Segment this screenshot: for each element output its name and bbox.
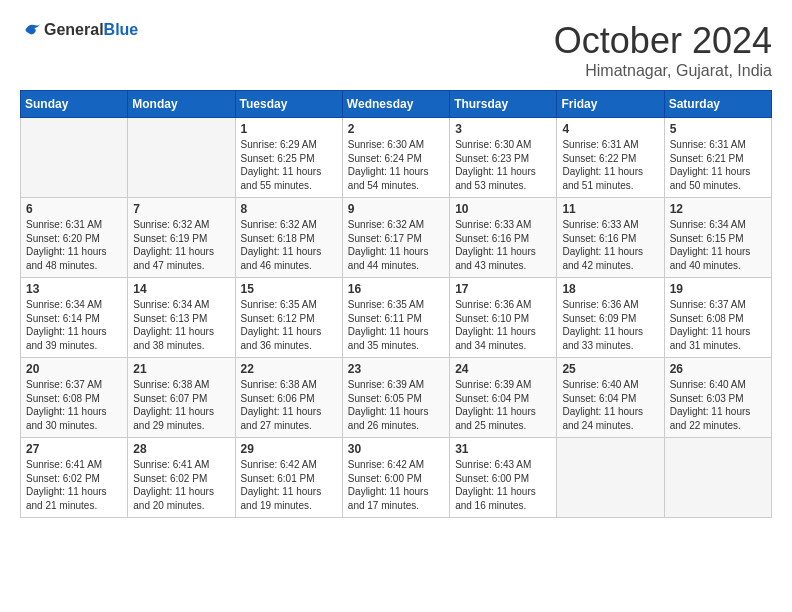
logo-general-text: General: [44, 21, 104, 39]
day-detail: Sunrise: 6:29 AM Sunset: 6:25 PM Dayligh…: [241, 138, 337, 192]
week-row-5: 27 Sunrise: 6:41 AM Sunset: 6:02 PM Dayl…: [21, 438, 772, 518]
day-detail: Sunrise: 6:39 AM Sunset: 6:05 PM Dayligh…: [348, 378, 444, 432]
day-detail: Sunrise: 6:36 AM Sunset: 6:09 PM Dayligh…: [562, 298, 658, 352]
day-detail: Sunrise: 6:32 AM Sunset: 6:18 PM Dayligh…: [241, 218, 337, 272]
day-number: 11: [562, 202, 658, 216]
header-cell-tuesday: Tuesday: [235, 91, 342, 118]
day-number: 3: [455, 122, 551, 136]
day-detail: Sunrise: 6:42 AM Sunset: 6:00 PM Dayligh…: [348, 458, 444, 512]
day-number: 20: [26, 362, 122, 376]
day-detail: Sunrise: 6:34 AM Sunset: 6:14 PM Dayligh…: [26, 298, 122, 352]
header-cell-sunday: Sunday: [21, 91, 128, 118]
day-cell: [664, 438, 771, 518]
day-cell: [128, 118, 235, 198]
day-number: 8: [241, 202, 337, 216]
calendar-table: SundayMondayTuesdayWednesdayThursdayFrid…: [20, 90, 772, 518]
calendar-body: 1 Sunrise: 6:29 AM Sunset: 6:25 PM Dayli…: [21, 118, 772, 518]
day-detail: Sunrise: 6:33 AM Sunset: 6:16 PM Dayligh…: [562, 218, 658, 272]
day-detail: Sunrise: 6:42 AM Sunset: 6:01 PM Dayligh…: [241, 458, 337, 512]
day-cell: 24 Sunrise: 6:39 AM Sunset: 6:04 PM Dayl…: [450, 358, 557, 438]
day-detail: Sunrise: 6:30 AM Sunset: 6:24 PM Dayligh…: [348, 138, 444, 192]
day-detail: Sunrise: 6:35 AM Sunset: 6:11 PM Dayligh…: [348, 298, 444, 352]
day-number: 21: [133, 362, 229, 376]
day-cell: 7 Sunrise: 6:32 AM Sunset: 6:19 PM Dayli…: [128, 198, 235, 278]
day-number: 12: [670, 202, 766, 216]
day-detail: Sunrise: 6:38 AM Sunset: 6:06 PM Dayligh…: [241, 378, 337, 432]
day-cell: 20 Sunrise: 6:37 AM Sunset: 6:08 PM Dayl…: [21, 358, 128, 438]
day-cell: 27 Sunrise: 6:41 AM Sunset: 6:02 PM Dayl…: [21, 438, 128, 518]
day-cell: 30 Sunrise: 6:42 AM Sunset: 6:00 PM Dayl…: [342, 438, 449, 518]
day-number: 1: [241, 122, 337, 136]
day-number: 7: [133, 202, 229, 216]
day-detail: Sunrise: 6:40 AM Sunset: 6:04 PM Dayligh…: [562, 378, 658, 432]
day-number: 24: [455, 362, 551, 376]
day-cell: 14 Sunrise: 6:34 AM Sunset: 6:13 PM Dayl…: [128, 278, 235, 358]
day-number: 30: [348, 442, 444, 456]
header-cell-thursday: Thursday: [450, 91, 557, 118]
day-cell: 6 Sunrise: 6:31 AM Sunset: 6:20 PM Dayli…: [21, 198, 128, 278]
day-cell: 23 Sunrise: 6:39 AM Sunset: 6:05 PM Dayl…: [342, 358, 449, 438]
day-number: 2: [348, 122, 444, 136]
day-cell: 4 Sunrise: 6:31 AM Sunset: 6:22 PM Dayli…: [557, 118, 664, 198]
logo-blue-text: Blue: [104, 21, 139, 39]
day-number: 10: [455, 202, 551, 216]
day-cell: 31 Sunrise: 6:43 AM Sunset: 6:00 PM Dayl…: [450, 438, 557, 518]
day-detail: Sunrise: 6:41 AM Sunset: 6:02 PM Dayligh…: [26, 458, 122, 512]
day-cell: [557, 438, 664, 518]
day-cell: 8 Sunrise: 6:32 AM Sunset: 6:18 PM Dayli…: [235, 198, 342, 278]
header-cell-wednesday: Wednesday: [342, 91, 449, 118]
day-number: 17: [455, 282, 551, 296]
day-number: 14: [133, 282, 229, 296]
day-cell: 19 Sunrise: 6:37 AM Sunset: 6:08 PM Dayl…: [664, 278, 771, 358]
day-detail: Sunrise: 6:35 AM Sunset: 6:12 PM Dayligh…: [241, 298, 337, 352]
day-cell: 2 Sunrise: 6:30 AM Sunset: 6:24 PM Dayli…: [342, 118, 449, 198]
day-cell: 5 Sunrise: 6:31 AM Sunset: 6:21 PM Dayli…: [664, 118, 771, 198]
week-row-3: 13 Sunrise: 6:34 AM Sunset: 6:14 PM Dayl…: [21, 278, 772, 358]
day-number: 27: [26, 442, 122, 456]
day-cell: 11 Sunrise: 6:33 AM Sunset: 6:16 PM Dayl…: [557, 198, 664, 278]
day-detail: Sunrise: 6:37 AM Sunset: 6:08 PM Dayligh…: [670, 298, 766, 352]
day-detail: Sunrise: 6:32 AM Sunset: 6:19 PM Dayligh…: [133, 218, 229, 272]
day-number: 13: [26, 282, 122, 296]
week-row-2: 6 Sunrise: 6:31 AM Sunset: 6:20 PM Dayli…: [21, 198, 772, 278]
header-cell-monday: Monday: [128, 91, 235, 118]
day-detail: Sunrise: 6:33 AM Sunset: 6:16 PM Dayligh…: [455, 218, 551, 272]
day-cell: 21 Sunrise: 6:38 AM Sunset: 6:07 PM Dayl…: [128, 358, 235, 438]
day-number: 15: [241, 282, 337, 296]
day-detail: Sunrise: 6:32 AM Sunset: 6:17 PM Dayligh…: [348, 218, 444, 272]
day-detail: Sunrise: 6:34 AM Sunset: 6:15 PM Dayligh…: [670, 218, 766, 272]
day-cell: 17 Sunrise: 6:36 AM Sunset: 6:10 PM Dayl…: [450, 278, 557, 358]
day-number: 4: [562, 122, 658, 136]
day-detail: Sunrise: 6:36 AM Sunset: 6:10 PM Dayligh…: [455, 298, 551, 352]
day-number: 28: [133, 442, 229, 456]
day-detail: Sunrise: 6:38 AM Sunset: 6:07 PM Dayligh…: [133, 378, 229, 432]
day-cell: 13 Sunrise: 6:34 AM Sunset: 6:14 PM Dayl…: [21, 278, 128, 358]
day-number: 9: [348, 202, 444, 216]
day-cell: 10 Sunrise: 6:33 AM Sunset: 6:16 PM Dayl…: [450, 198, 557, 278]
day-cell: 16 Sunrise: 6:35 AM Sunset: 6:11 PM Dayl…: [342, 278, 449, 358]
calendar-header-row: SundayMondayTuesdayWednesdayThursdayFrid…: [21, 91, 772, 118]
page-header: General Blue October 2024 Himatnagar, Gu…: [20, 20, 772, 80]
day-cell: 12 Sunrise: 6:34 AM Sunset: 6:15 PM Dayl…: [664, 198, 771, 278]
day-cell: 26 Sunrise: 6:40 AM Sunset: 6:03 PM Dayl…: [664, 358, 771, 438]
day-cell: 28 Sunrise: 6:41 AM Sunset: 6:02 PM Dayl…: [128, 438, 235, 518]
day-detail: Sunrise: 6:31 AM Sunset: 6:20 PM Dayligh…: [26, 218, 122, 272]
day-detail: Sunrise: 6:40 AM Sunset: 6:03 PM Dayligh…: [670, 378, 766, 432]
location-text: Himatnagar, Gujarat, India: [554, 62, 772, 80]
logo: General Blue: [20, 20, 138, 40]
day-detail: Sunrise: 6:37 AM Sunset: 6:08 PM Dayligh…: [26, 378, 122, 432]
title-block: October 2024 Himatnagar, Gujarat, India: [554, 20, 772, 80]
day-number: 16: [348, 282, 444, 296]
day-cell: 15 Sunrise: 6:35 AM Sunset: 6:12 PM Dayl…: [235, 278, 342, 358]
day-detail: Sunrise: 6:30 AM Sunset: 6:23 PM Dayligh…: [455, 138, 551, 192]
day-cell: 18 Sunrise: 6:36 AM Sunset: 6:09 PM Dayl…: [557, 278, 664, 358]
header-cell-friday: Friday: [557, 91, 664, 118]
day-cell: 1 Sunrise: 6:29 AM Sunset: 6:25 PM Dayli…: [235, 118, 342, 198]
week-row-4: 20 Sunrise: 6:37 AM Sunset: 6:08 PM Dayl…: [21, 358, 772, 438]
day-cell: 3 Sunrise: 6:30 AM Sunset: 6:23 PM Dayli…: [450, 118, 557, 198]
day-number: 6: [26, 202, 122, 216]
day-detail: Sunrise: 6:31 AM Sunset: 6:22 PM Dayligh…: [562, 138, 658, 192]
day-number: 18: [562, 282, 658, 296]
day-detail: Sunrise: 6:43 AM Sunset: 6:00 PM Dayligh…: [455, 458, 551, 512]
day-cell: 25 Sunrise: 6:40 AM Sunset: 6:04 PM Dayl…: [557, 358, 664, 438]
